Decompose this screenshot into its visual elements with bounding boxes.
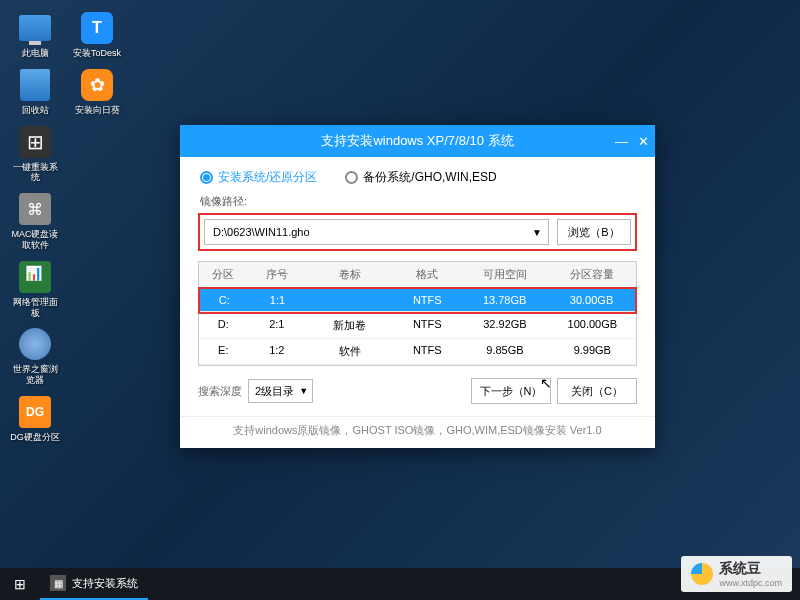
dg-icon bbox=[19, 396, 51, 428]
desktop: 此电脑 T安装ToDesk 回收站 安装向日葵 一键重装系统 MAC硬盘读取软件… bbox=[0, 0, 800, 600]
minimize-icon[interactable]: — bbox=[615, 134, 628, 149]
col-total: 分区容量 bbox=[549, 262, 636, 287]
todesk-icon: T bbox=[81, 12, 113, 44]
browse-button[interactable]: 浏览（B） bbox=[557, 219, 631, 245]
chevron-down-icon: ▼ bbox=[299, 386, 308, 396]
mac-disk-icon bbox=[19, 193, 51, 225]
table-row[interactable]: C: 1:1 NTFS 13.78GB 30.00GB bbox=[200, 289, 635, 312]
desktop-icon-recycle-bin[interactable]: 回收站 bbox=[10, 67, 60, 116]
desktop-icon-dg-partition[interactable]: DG硬盘分区 bbox=[10, 394, 60, 443]
desktop-icon-this-pc[interactable]: 此电脑 bbox=[10, 10, 60, 59]
watermark-name: 系统豆 bbox=[719, 560, 782, 578]
watermark-url: www.xtdpc.com bbox=[719, 578, 782, 588]
image-path-dropdown[interactable]: D:\0623\WIN11.gho ▼ bbox=[204, 219, 549, 245]
close-icon[interactable]: ✕ bbox=[638, 134, 649, 149]
radio-checked-icon bbox=[200, 171, 213, 184]
reinstall-icon bbox=[19, 126, 51, 158]
desktop-icon-network-panel[interactable]: 网络管理面板 bbox=[10, 259, 60, 319]
radio-install-restore[interactable]: 安装系统/还原分区 bbox=[200, 169, 317, 186]
col-free: 可用空间 bbox=[461, 262, 548, 287]
col-seq: 序号 bbox=[248, 262, 306, 287]
row-highlight-annotation: C: 1:1 NTFS 13.78GB 30.00GB bbox=[198, 287, 637, 314]
table-row[interactable]: E: 1:2 软件 NTFS 9.85GB 9.99GB bbox=[199, 339, 636, 365]
watermark: 系统豆 www.xtdpc.com bbox=[681, 556, 792, 592]
next-button[interactable]: 下一步（N） bbox=[471, 378, 551, 404]
chevron-down-icon: ▼ bbox=[532, 227, 542, 238]
radio-unchecked-icon bbox=[345, 171, 358, 184]
taskbar-app-icon: ▦ bbox=[50, 575, 66, 591]
col-volume: 卷标 bbox=[306, 262, 393, 287]
watermark-logo-icon bbox=[691, 563, 713, 585]
sunflower-icon bbox=[81, 69, 113, 101]
image-path-label: 镜像路径: bbox=[180, 194, 655, 209]
close-button[interactable]: 关闭（C） bbox=[557, 378, 637, 404]
table-row[interactable]: D: 2:1 新加卷 NTFS 32.92GB 100.00GB bbox=[199, 313, 636, 339]
partition-table: 分区 序号 卷标 格式 可用空间 分区容量 C: 1:1 NTFS 13.78G… bbox=[198, 261, 637, 366]
desktop-icon-browser[interactable]: 世界之窗浏览器 bbox=[10, 326, 60, 386]
dialog-title-bar[interactable]: 支持安装windows XP/7/8/10 系统 — ✕ bbox=[180, 125, 655, 157]
taskbar: ▦ 支持安装系统 bbox=[0, 568, 800, 600]
search-depth-dropdown[interactable]: 2级目录 ▼ bbox=[248, 379, 313, 403]
search-depth-label: 搜索深度 bbox=[198, 384, 242, 399]
desktop-icon-todesk[interactable]: T安装ToDesk bbox=[72, 10, 122, 59]
desktop-icon-sunflower[interactable]: 安装向日葵 bbox=[72, 67, 122, 116]
desktop-icon-mac-disk[interactable]: MAC硬盘读取软件 bbox=[10, 191, 60, 251]
dialog-title: 支持安装windows XP/7/8/10 系统 bbox=[321, 132, 513, 150]
path-row-highlight: D:\0623\WIN11.gho ▼ 浏览（B） bbox=[198, 213, 637, 251]
mode-radio-group: 安装系统/还原分区 备份系统/GHO,WIN,ESD bbox=[180, 157, 655, 194]
start-button[interactable] bbox=[0, 568, 40, 600]
radio-backup[interactable]: 备份系统/GHO,WIN,ESD bbox=[345, 169, 496, 186]
network-panel-icon bbox=[19, 261, 51, 293]
recycle-bin-icon bbox=[20, 69, 50, 101]
table-header: 分区 序号 卷标 格式 可用空间 分区容量 bbox=[199, 262, 636, 288]
desktop-icon-reinstall[interactable]: 一键重装系统 bbox=[10, 124, 60, 184]
browser-icon bbox=[19, 328, 51, 360]
install-dialog: 支持安装windows XP/7/8/10 系统 — ✕ 安装系统/还原分区 备… bbox=[180, 125, 655, 448]
col-format: 格式 bbox=[393, 262, 461, 287]
dialog-footer-note: 支持windows原版镜像，GHOST ISO镜像，GHO,WIM,ESD镜像安… bbox=[180, 416, 655, 448]
dialog-footer-actions: 搜索深度 2级目录 ▼ 下一步（N） 关闭（C） bbox=[198, 378, 637, 404]
col-drive: 分区 bbox=[199, 262, 248, 287]
pc-icon bbox=[19, 15, 51, 41]
desktop-icons-area: 此电脑 T安装ToDesk 回收站 安装向日葵 一键重装系统 MAC硬盘读取软件… bbox=[10, 10, 122, 443]
taskbar-item-installer[interactable]: ▦ 支持安装系统 bbox=[40, 568, 148, 600]
window-controls: — ✕ bbox=[615, 134, 649, 149]
image-path-value: D:\0623\WIN11.gho bbox=[213, 226, 310, 238]
